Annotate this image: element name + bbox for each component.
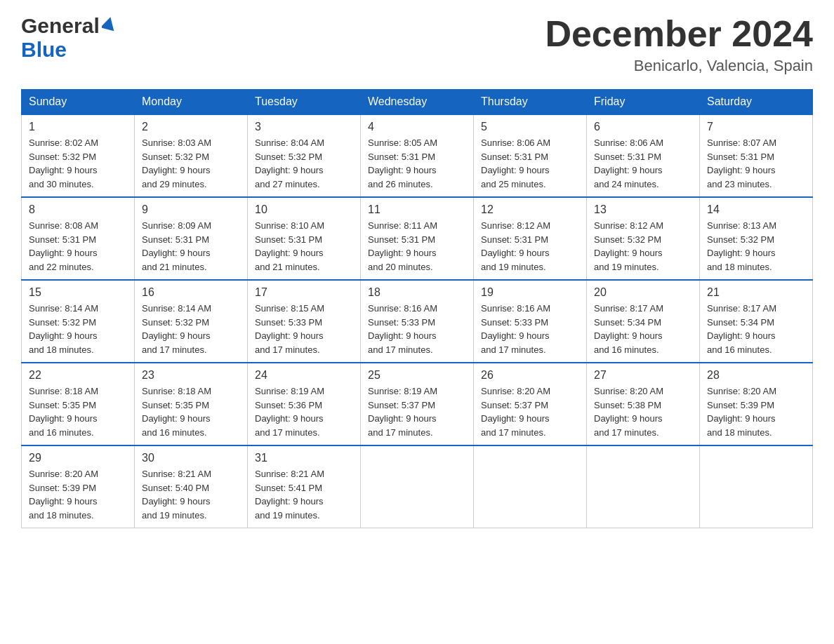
day-number: 19 [481,286,579,299]
day-number: 8 [29,203,127,216]
month-title: December 2024 [545,14,813,54]
calendar-week-row: 8 Sunrise: 8:08 AM Sunset: 5:31 PM Dayli… [22,197,813,280]
day-number: 17 [255,286,353,299]
day-info: Sunrise: 8:18 AM Sunset: 5:35 PM Dayligh… [29,384,127,439]
table-row: 9 Sunrise: 8:09 AM Sunset: 5:31 PM Dayli… [135,197,248,280]
day-number: 11 [368,203,466,216]
col-tuesday: Tuesday [248,90,361,115]
day-info: Sunrise: 8:08 AM Sunset: 5:31 PM Dayligh… [29,219,127,274]
svg-marker-0 [102,17,116,31]
day-info: Sunrise: 8:20 AM Sunset: 5:38 PM Dayligh… [594,384,692,439]
calendar-week-row: 29 Sunrise: 8:20 AM Sunset: 5:39 PM Dayl… [22,445,813,528]
table-row: 18 Sunrise: 8:16 AM Sunset: 5:33 PM Dayl… [361,280,474,363]
day-number: 18 [368,286,466,299]
day-number: 28 [707,369,805,382]
day-info: Sunrise: 8:17 AM Sunset: 5:34 PM Dayligh… [594,302,692,356]
table-row: 3 Sunrise: 8:04 AM Sunset: 5:32 PM Dayli… [248,114,361,197]
col-wednesday: Wednesday [361,90,474,115]
day-number: 21 [707,286,805,299]
day-number: 25 [368,369,466,382]
day-number: 23 [142,369,240,382]
day-info: Sunrise: 8:20 AM Sunset: 5:39 PM Dayligh… [29,467,127,522]
day-info: Sunrise: 8:03 AM Sunset: 5:32 PM Dayligh… [142,136,240,191]
table-row: 13 Sunrise: 8:12 AM Sunset: 5:32 PM Dayl… [587,197,700,280]
table-row: 4 Sunrise: 8:05 AM Sunset: 5:31 PM Dayli… [361,114,474,197]
day-info: Sunrise: 8:12 AM Sunset: 5:32 PM Dayligh… [594,219,692,274]
day-info: Sunrise: 8:16 AM Sunset: 5:33 PM Dayligh… [368,302,466,356]
day-info: Sunrise: 8:20 AM Sunset: 5:39 PM Dayligh… [707,384,805,439]
day-info: Sunrise: 8:11 AM Sunset: 5:31 PM Dayligh… [368,219,466,274]
day-info: Sunrise: 8:15 AM Sunset: 5:33 PM Dayligh… [255,302,353,356]
table-row: 28 Sunrise: 8:20 AM Sunset: 5:39 PM Dayl… [700,363,813,445]
day-number: 9 [142,203,240,216]
day-info: Sunrise: 8:06 AM Sunset: 5:31 PM Dayligh… [481,136,579,191]
logo-line-1: General [21,14,116,38]
table-row: 22 Sunrise: 8:18 AM Sunset: 5:35 PM Dayl… [22,363,135,445]
day-number: 10 [255,203,353,216]
table-row [474,445,587,528]
logo-line-2: Blue [21,38,67,62]
table-row: 26 Sunrise: 8:20 AM Sunset: 5:37 PM Dayl… [474,363,587,445]
day-number: 6 [594,121,692,133]
day-number: 30 [142,452,240,464]
day-info: Sunrise: 8:10 AM Sunset: 5:31 PM Dayligh… [255,219,353,274]
table-row [700,445,813,528]
table-row: 29 Sunrise: 8:20 AM Sunset: 5:39 PM Dayl… [22,445,135,528]
calendar-table: Sunday Monday Tuesday Wednesday Thursday… [21,89,813,528]
page-header: General Blue December 2024 Benicarlo, Va… [21,14,813,75]
logo-triangle-icon [102,17,116,35]
table-row: 8 Sunrise: 8:08 AM Sunset: 5:31 PM Dayli… [22,197,135,280]
table-row [361,445,474,528]
logo: General Blue [21,14,116,62]
calendar-week-row: 22 Sunrise: 8:18 AM Sunset: 5:35 PM Dayl… [22,363,813,445]
table-row: 16 Sunrise: 8:14 AM Sunset: 5:32 PM Dayl… [135,280,248,363]
day-info: Sunrise: 8:18 AM Sunset: 5:35 PM Dayligh… [142,384,240,439]
logo-blue-text: Blue [21,38,67,62]
day-info: Sunrise: 8:02 AM Sunset: 5:32 PM Dayligh… [29,136,127,191]
day-number: 7 [707,121,805,133]
table-row: 17 Sunrise: 8:15 AM Sunset: 5:33 PM Dayl… [248,280,361,363]
day-info: Sunrise: 8:04 AM Sunset: 5:32 PM Dayligh… [255,136,353,191]
day-info: Sunrise: 8:14 AM Sunset: 5:32 PM Dayligh… [29,302,127,356]
day-number: 13 [594,203,692,216]
table-row: 21 Sunrise: 8:17 AM Sunset: 5:34 PM Dayl… [700,280,813,363]
day-number: 14 [707,203,805,216]
table-row: 19 Sunrise: 8:16 AM Sunset: 5:33 PM Dayl… [474,280,587,363]
location-title: Benicarlo, Valencia, Spain [545,57,813,75]
day-info: Sunrise: 8:14 AM Sunset: 5:32 PM Dayligh… [142,302,240,356]
day-info: Sunrise: 8:19 AM Sunset: 5:36 PM Dayligh… [255,384,353,439]
day-number: 1 [29,121,127,133]
day-number: 5 [481,121,579,133]
table-row [587,445,700,528]
table-row: 31 Sunrise: 8:21 AM Sunset: 5:41 PM Dayl… [248,445,361,528]
day-number: 29 [29,452,127,464]
table-row: 27 Sunrise: 8:20 AM Sunset: 5:38 PM Dayl… [587,363,700,445]
day-info: Sunrise: 8:19 AM Sunset: 5:37 PM Dayligh… [368,384,466,439]
table-row: 2 Sunrise: 8:03 AM Sunset: 5:32 PM Dayli… [135,114,248,197]
table-row: 12 Sunrise: 8:12 AM Sunset: 5:31 PM Dayl… [474,197,587,280]
table-row: 1 Sunrise: 8:02 AM Sunset: 5:32 PM Dayli… [22,114,135,197]
col-thursday: Thursday [474,90,587,115]
day-number: 24 [255,369,353,382]
day-number: 27 [594,369,692,382]
day-number: 31 [255,452,353,464]
day-info: Sunrise: 8:12 AM Sunset: 5:31 PM Dayligh… [481,219,579,274]
col-saturday: Saturday [700,90,813,115]
day-number: 26 [481,369,579,382]
day-info: Sunrise: 8:06 AM Sunset: 5:31 PM Dayligh… [594,136,692,191]
day-info: Sunrise: 8:20 AM Sunset: 5:37 PM Dayligh… [481,384,579,439]
calendar-header-row: Sunday Monday Tuesday Wednesday Thursday… [22,90,813,115]
day-info: Sunrise: 8:07 AM Sunset: 5:31 PM Dayligh… [707,136,805,191]
table-row: 25 Sunrise: 8:19 AM Sunset: 5:37 PM Dayl… [361,363,474,445]
table-row: 14 Sunrise: 8:13 AM Sunset: 5:32 PM Dayl… [700,197,813,280]
table-row: 11 Sunrise: 8:11 AM Sunset: 5:31 PM Dayl… [361,197,474,280]
title-block: December 2024 Benicarlo, Valencia, Spain [545,14,813,75]
table-row: 6 Sunrise: 8:06 AM Sunset: 5:31 PM Dayli… [587,114,700,197]
day-info: Sunrise: 8:17 AM Sunset: 5:34 PM Dayligh… [707,302,805,356]
table-row: 24 Sunrise: 8:19 AM Sunset: 5:36 PM Dayl… [248,363,361,445]
day-number: 22 [29,369,127,382]
table-row: 15 Sunrise: 8:14 AM Sunset: 5:32 PM Dayl… [22,280,135,363]
table-row: 23 Sunrise: 8:18 AM Sunset: 5:35 PM Dayl… [135,363,248,445]
logo-general-text: General [21,14,100,38]
table-row: 10 Sunrise: 8:10 AM Sunset: 5:31 PM Dayl… [248,197,361,280]
